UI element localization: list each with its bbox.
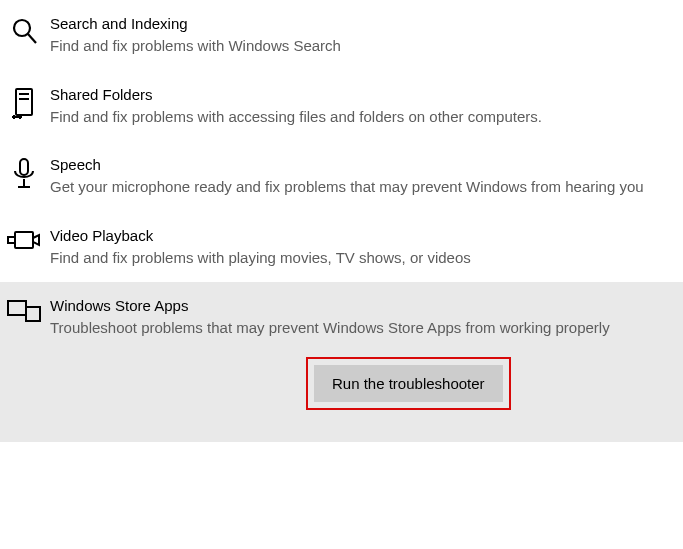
troubleshooter-text: Video Playback Find and fix problems wit… [44,226,671,269]
troubleshooter-title: Search and Indexing [50,14,647,34]
shared-folders-icon [4,85,44,119]
svg-rect-14 [26,307,40,321]
svg-rect-13 [8,301,26,315]
troubleshooter-description: Troubleshoot problems that may prevent W… [50,318,647,338]
troubleshooter-item-shared-folders[interactable]: Shared Folders Find and fix problems wit… [0,71,683,142]
troubleshooter-text: Shared Folders Find and fix problems wit… [44,85,671,128]
troubleshooter-title: Shared Folders [50,85,647,105]
troubleshooter-item-video[interactable]: Video Playback Find and fix problems wit… [0,212,683,283]
microphone-icon [4,155,44,191]
svg-rect-8 [20,159,28,175]
troubleshooter-text: Search and Indexing Find and fix problem… [44,14,671,57]
troubleshooter-text: Speech Get your microphone ready and fix… [44,155,671,198]
troubleshooter-description: Find and fix problems with playing movie… [50,248,647,268]
troubleshooter-description: Find and fix problems with accessing fil… [50,107,647,127]
troubleshooter-description: Find and fix problems with Windows Searc… [50,36,647,56]
troubleshooter-list: Search and Indexing Find and fix problem… [0,0,683,442]
troubleshooter-title: Speech [50,155,647,175]
svg-line-1 [28,34,36,43]
svg-marker-12 [33,235,39,245]
troubleshooter-text: Windows Store Apps Troubleshoot problems… [44,296,671,410]
svg-rect-2 [16,89,32,115]
troubleshooter-title: Windows Store Apps [50,296,647,316]
troubleshooter-item-store[interactable]: Windows Store Apps Troubleshoot problems… [0,282,683,442]
run-troubleshooter-button[interactable]: Run the troubleshooter [314,365,503,402]
video-camera-icon [4,226,44,252]
troubleshooter-item-speech[interactable]: Speech Get your microphone ready and fix… [0,141,683,212]
troubleshooter-item-search[interactable]: Search and Indexing Find and fix problem… [0,0,683,71]
troubleshooter-title: Video Playback [50,226,647,246]
search-icon [4,14,44,46]
svg-rect-11 [15,232,33,248]
store-apps-icon [4,296,44,324]
troubleshooter-description: Get your microphone ready and fix proble… [50,177,647,197]
action-highlight: Run the troubleshooter [306,357,511,410]
svg-point-0 [14,20,30,36]
